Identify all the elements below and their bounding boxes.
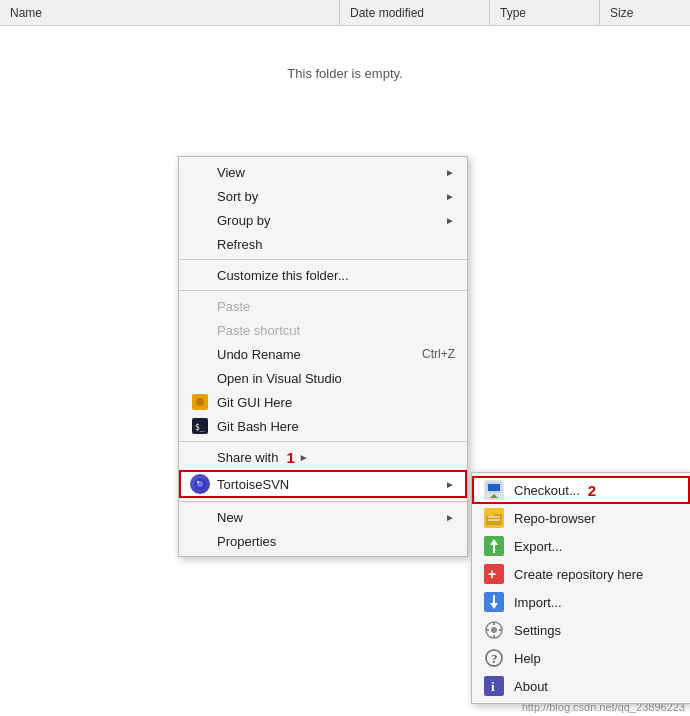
tortoisesvn-submenu: Checkout... 2 Repo-browser: [471, 472, 690, 704]
checkout-icon: [482, 480, 506, 500]
menu-item-refresh[interactable]: Refresh: [179, 232, 467, 256]
menu-item-tortoisesvn[interactable]: TortoiseSVN ► Checkout... 2: [179, 470, 467, 498]
svg-point-1: [196, 398, 204, 406]
svg-point-6: [197, 481, 199, 483]
svg-rect-27: [499, 629, 502, 631]
svg-rect-25: [493, 635, 495, 638]
menu-item-properties[interactable]: Properties: [179, 529, 467, 553]
undo-shortcut: Ctrl+Z: [422, 347, 455, 361]
help-icon: ?: [482, 648, 506, 668]
share-badge: 1: [286, 449, 294, 466]
svg-text:+: +: [488, 566, 496, 582]
tortoise-icon: [189, 474, 211, 494]
submenu-item-about[interactable]: i About: [472, 672, 690, 700]
menu-item-sort-by[interactable]: Sort by ►: [179, 184, 467, 208]
menu-item-paste[interactable]: Paste: [179, 294, 467, 318]
col-date[interactable]: Date modified: [340, 0, 490, 25]
menu-item-view[interactable]: View ►: [179, 160, 467, 184]
svg-text:?: ?: [491, 651, 498, 666]
tortoise-arrow: ►: [445, 479, 455, 490]
export-icon: [482, 536, 506, 556]
submenu-item-settings[interactable]: Settings: [472, 616, 690, 644]
svg-point-23: [491, 627, 497, 633]
svg-text:i: i: [491, 679, 495, 694]
new-arrow: ►: [445, 512, 455, 523]
checkout-badge: 2: [588, 482, 596, 499]
svg-text:$_: $_: [195, 423, 205, 432]
context-menu: View ► Sort by ► Group by ► Refresh Cust…: [178, 156, 468, 557]
empty-folder-text: This folder is empty.: [287, 66, 402, 81]
share-arrow: ►: [299, 452, 309, 463]
sort-arrow: ►: [445, 191, 455, 202]
explorer-content: This folder is empty. View ► Sort by ► G…: [0, 26, 690, 716]
menu-item-git-gui[interactable]: Git GUI Here: [179, 390, 467, 414]
separator-1: [179, 259, 467, 260]
svg-rect-9: [488, 484, 500, 491]
menu-item-customize[interactable]: Customize this folder...: [179, 263, 467, 287]
repo-browser-icon: [482, 508, 506, 528]
submenu-item-import[interactable]: Import...: [472, 588, 690, 616]
submenu-item-checkout[interactable]: Checkout... 2: [472, 476, 690, 504]
about-icon: i: [482, 676, 506, 696]
explorer-header: Name Date modified Type Size: [0, 0, 690, 26]
menu-item-open-vs[interactable]: Open in Visual Studio: [179, 366, 467, 390]
menu-item-group-by[interactable]: Group by ►: [179, 208, 467, 232]
menu-item-git-bash[interactable]: $_ Git Bash Here: [179, 414, 467, 438]
col-name[interactable]: Name: [0, 0, 340, 25]
tortoise-circle-icon: [190, 474, 210, 494]
menu-item-undo-rename[interactable]: Undo Rename Ctrl+Z: [179, 342, 467, 366]
svg-rect-13: [486, 512, 494, 516]
import-icon: [482, 592, 506, 612]
col-size[interactable]: Size: [600, 0, 690, 25]
svg-rect-26: [486, 629, 489, 631]
col-type[interactable]: Type: [490, 0, 600, 25]
submenu-item-help[interactable]: ? Help: [472, 644, 690, 672]
separator-2: [179, 290, 467, 291]
separator-3: [179, 441, 467, 442]
menu-item-share-with[interactable]: Share with 1 ►: [179, 445, 467, 470]
settings-icon: [482, 620, 506, 640]
menu-item-paste-shortcut[interactable]: Paste shortcut: [179, 318, 467, 342]
view-arrow: ►: [445, 167, 455, 178]
group-arrow: ►: [445, 215, 455, 226]
git-gui-icon: [189, 394, 211, 410]
create-repo-icon: +: [482, 564, 506, 584]
separator-4: [179, 501, 467, 502]
svg-rect-24: [493, 622, 495, 625]
submenu-item-export[interactable]: Export...: [472, 532, 690, 560]
git-bash-icon: $_: [189, 418, 211, 434]
menu-item-new[interactable]: New ►: [179, 505, 467, 529]
submenu-item-repo-browser[interactable]: Repo-browser: [472, 504, 690, 532]
submenu-item-create-repo[interactable]: + Create repository here: [472, 560, 690, 588]
